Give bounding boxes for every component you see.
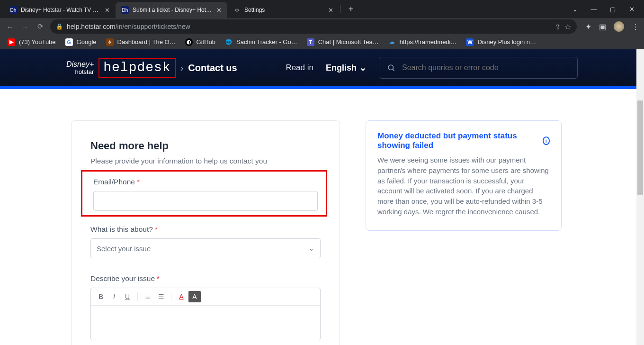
share-icon[interactable]: ⇪ bbox=[555, 22, 561, 31]
email-phone-input[interactable] bbox=[93, 191, 318, 211]
info-icon: i bbox=[543, 136, 550, 145]
info-body: We were seeing some issues with our paym… bbox=[377, 155, 550, 217]
highlight-button[interactable]: A bbox=[188, 291, 201, 302]
site-header: Disney+ hotstar helpdesk › Contact us Re… bbox=[0, 49, 644, 86]
language-value: English bbox=[326, 63, 357, 73]
svg-point-0 bbox=[388, 65, 394, 70]
favicon-icon: Dh bbox=[9, 6, 17, 14]
youtube-icon: ▶ bbox=[8, 38, 15, 46]
bullet-list-button[interactable]: ≣ bbox=[142, 291, 154, 302]
separator bbox=[171, 292, 171, 301]
chevron-right-icon: › bbox=[180, 63, 184, 73]
tab-submit-ticket[interactable]: Dh Submit a ticket - Disney+ Hotstar ✕ bbox=[116, 2, 227, 18]
gear-icon: ⚙ bbox=[233, 6, 241, 14]
new-tab-button[interactable]: + bbox=[344, 2, 358, 16]
email-label: Email/Phone* bbox=[93, 178, 318, 186]
language-selector[interactable]: English ⌄ bbox=[326, 63, 367, 73]
tab-hotstar-watch[interactable]: Dh Disney+ Hotstar - Watch TV Shows ✕ bbox=[4, 2, 116, 18]
bookmark-google[interactable]: GGoogle bbox=[65, 38, 97, 46]
tab-settings[interactable]: ⚙ Settings ✕ bbox=[227, 2, 339, 18]
readin-label: Read in bbox=[286, 63, 313, 73]
minimize-button[interactable]: ― bbox=[585, 6, 602, 13]
browser-titlebar: Dh Disney+ Hotstar - Watch TV Shows ✕ Dh… bbox=[0, 0, 644, 18]
reload-button[interactable]: ⟳ bbox=[35, 22, 45, 31]
menu-icon[interactable]: ⋮ bbox=[632, 22, 639, 31]
search-icon bbox=[387, 64, 395, 72]
forward-button: → bbox=[20, 23, 30, 31]
hotstar-logo: Disney+ hotstar bbox=[66, 61, 94, 75]
google-icon: G bbox=[65, 38, 73, 46]
scrollbar-track[interactable] bbox=[636, 49, 644, 345]
number-list-button[interactable]: ☰ bbox=[155, 291, 167, 302]
profile-avatar[interactable] bbox=[614, 21, 624, 32]
close-window-button[interactable]: ✕ bbox=[623, 6, 640, 13]
svg-line-1 bbox=[393, 69, 394, 71]
bookmark-github[interactable]: ◐GitHub bbox=[185, 38, 215, 46]
bookmark-disney-login[interactable]: WDisney Plus login n… bbox=[466, 38, 536, 46]
star-icon[interactable]: ☆ bbox=[564, 22, 571, 31]
info-card: Money deducted but payment status showin… bbox=[366, 120, 562, 231]
bold-button[interactable]: B bbox=[95, 291, 107, 302]
tab-separator bbox=[340, 5, 340, 13]
brand[interactable]: Disney+ hotstar helpdesk bbox=[66, 58, 176, 78]
rich-text-editor: B I U ≣ ☰ A A bbox=[90, 288, 321, 340]
issue-select-placeholder: Select your issue bbox=[97, 245, 151, 253]
close-icon[interactable]: ✕ bbox=[216, 7, 222, 14]
separator bbox=[137, 292, 138, 301]
site-icon: W bbox=[466, 38, 474, 46]
tab-title: Disney+ Hotstar - Watch TV Shows bbox=[21, 7, 101, 13]
describe-label: Describe your issue* bbox=[90, 274, 321, 283]
url-text: help.hotstar.com/in/en/support/tickets/n… bbox=[67, 23, 551, 30]
tab-strip: Dh Disney+ Hotstar - Watch TV Shows ✕ Dh… bbox=[0, 0, 358, 18]
window-controls: ⌄ ― ▢ ✕ bbox=[566, 0, 644, 18]
close-icon[interactable]: ✕ bbox=[105, 7, 110, 14]
field-email-phone: Email/Phone* bbox=[90, 175, 321, 214]
rte-toolbar: B I U ≣ ☰ A A bbox=[91, 288, 320, 306]
globe-icon: 🌐 bbox=[225, 38, 233, 46]
chevron-down-icon: ⌄ bbox=[359, 63, 367, 73]
issue-select[interactable]: Select your issue ⌄ bbox=[90, 238, 321, 258]
text-color-button[interactable]: A bbox=[175, 291, 188, 302]
italic-button[interactable]: I bbox=[108, 291, 120, 302]
search-input[interactable] bbox=[402, 64, 570, 72]
main-content: Need more help Please provide your infor… bbox=[0, 86, 644, 345]
helpdesk-label: helpdesk bbox=[98, 58, 175, 78]
lock-icon: 🔒 bbox=[56, 23, 63, 30]
bookmark-teams[interactable]: TChat | Microsoft Tea… bbox=[307, 38, 379, 46]
form-title: Need more help bbox=[90, 140, 321, 152]
page-viewport: Disney+ hotstar helpdesk › Contact us Re… bbox=[0, 49, 644, 345]
bookmark-sachin-tracker[interactable]: 🌐Sachin Tracker - Go… bbox=[225, 38, 297, 46]
close-icon[interactable]: ✕ bbox=[328, 7, 333, 14]
ticket-form-card: Need more help Please provide your infor… bbox=[71, 120, 340, 345]
form-subtitle: Please provide your information to help … bbox=[90, 157, 321, 165]
bookmark-framedmedia[interactable]: ☁https://framedmedi… bbox=[388, 38, 457, 46]
underline-button[interactable]: U bbox=[121, 291, 134, 302]
back-button[interactable]: ← bbox=[5, 23, 15, 31]
tab-title: Settings bbox=[244, 7, 324, 13]
rte-body[interactable] bbox=[91, 306, 320, 340]
bookmark-youtube[interactable]: ▶(73) YouTube bbox=[8, 38, 56, 46]
extensions-icon[interactable]: ✦ bbox=[585, 22, 591, 31]
chevron-down-icon[interactable]: ⌄ bbox=[566, 6, 583, 13]
maximize-button[interactable]: ▢ bbox=[604, 6, 621, 13]
teams-icon: T bbox=[307, 38, 314, 46]
github-icon: ◐ bbox=[185, 38, 193, 46]
browser-toolbar: ← → ⟳ 🔒 help.hotstar.com/in/en/support/t… bbox=[0, 18, 644, 35]
tab-title: Submit a ticket - Disney+ Hotstar bbox=[133, 7, 213, 13]
search-box[interactable] bbox=[379, 57, 578, 79]
bookmark-dashboard[interactable]: ⟡Dashboard | The O… bbox=[106, 38, 176, 46]
info-title[interactable]: Money deducted but payment status showin… bbox=[377, 131, 550, 150]
chevron-down-icon: ⌄ bbox=[308, 244, 314, 253]
panel-icon[interactable]: ▣ bbox=[599, 22, 606, 31]
address-bar[interactable]: 🔒 help.hotstar.com/in/en/support/tickets… bbox=[50, 19, 577, 34]
page-title: Contact us bbox=[188, 63, 237, 73]
favicon-icon: Dh bbox=[121, 6, 129, 14]
cloud-icon: ☁ bbox=[388, 38, 396, 46]
bookmarks-bar: ▶(73) YouTube GGoogle ⟡Dashboard | The O… bbox=[0, 35, 644, 49]
about-label: What is this about?* bbox=[90, 225, 321, 234]
scrollbar-thumb[interactable] bbox=[637, 100, 643, 195]
app-icon: ⟡ bbox=[106, 38, 114, 46]
field-describe: Describe your issue* B I U ≣ ☰ A A bbox=[90, 274, 321, 340]
field-about: What is this about?* Select your issue ⌄ bbox=[90, 225, 321, 258]
